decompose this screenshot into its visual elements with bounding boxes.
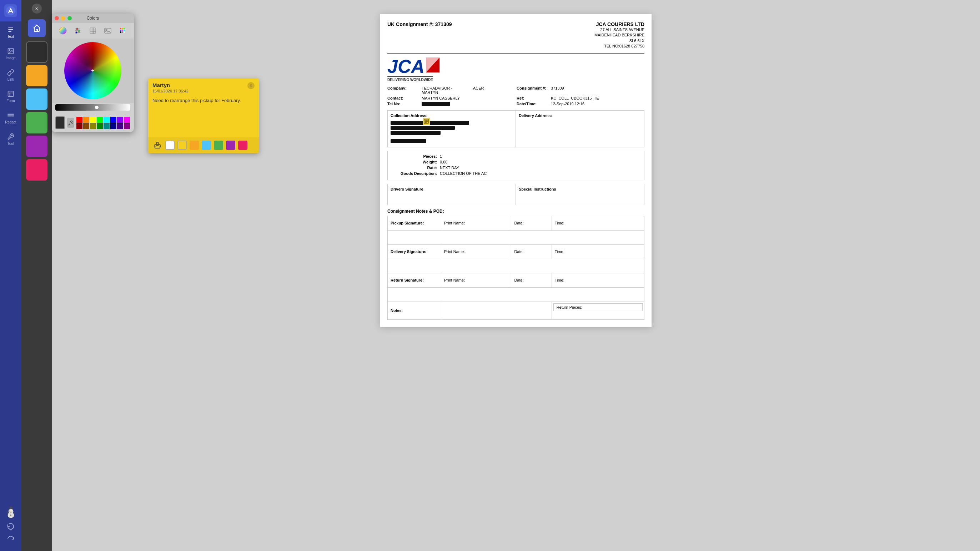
pickup-sig-value-row — [388, 230, 644, 245]
sidebar-tool-form-label: Form — [6, 99, 14, 103]
grid-color-magenta[interactable] — [124, 117, 130, 123]
note-color-green[interactable] — [214, 141, 223, 150]
grid-color-orange[interactable] — [83, 117, 89, 123]
address-line4: TEL NO:01628 627758 — [594, 43, 644, 49]
grid-color-lime[interactable] — [97, 117, 103, 123]
return-sig-label: Return Signature: — [388, 273, 441, 287]
notes-label: Notes: — [388, 302, 441, 319]
colors-tab-palette[interactable] — [118, 26, 128, 36]
ref-label: Ref: — [517, 96, 549, 100]
address-line1: 27 ALL SAINTS AVENUE — [594, 27, 644, 32]
titlebar-close-button[interactable] — [55, 16, 59, 20]
return-print-name-label: Print Name: — [441, 273, 511, 287]
note-color-yellow[interactable] — [177, 141, 187, 150]
grid-color-navy[interactable] — [110, 123, 116, 129]
grid-color-blue[interactable] — [110, 117, 116, 123]
sidebar-item-redact[interactable]: Redact — [0, 107, 21, 129]
special-ins-col: Special Instructions — [516, 184, 644, 205]
sticky-stamp-button[interactable] — [153, 140, 162, 150]
datetime-value: 12-Sep-2019 12:16 — [551, 102, 644, 107]
tel-row: Tel No: — [387, 102, 515, 107]
consignment-row: Consignment #: 371309 — [517, 86, 644, 95]
sidebar-item-form[interactable]: Form — [0, 86, 21, 107]
brightness-thumb[interactable] — [94, 105, 99, 110]
note-color-pink[interactable] — [238, 141, 247, 150]
return-sig-value-row — [388, 287, 644, 302]
document-area: UK Consignment #: 371309 JCA COURIERS LT… — [52, 0, 980, 551]
svg-rect-23 — [120, 30, 121, 31]
company-label: Company: — [387, 86, 420, 95]
eyedropper-button[interactable] — [67, 118, 74, 128]
tel-redacted — [422, 102, 450, 106]
color-preview-box — [55, 116, 65, 129]
colors-tab-grid[interactable] — [88, 26, 98, 36]
sidebar-item-tool[interactable]: Tool — [0, 129, 21, 150]
undo-button[interactable] — [6, 521, 16, 531]
close-panel-button[interactable]: × — [32, 3, 42, 14]
sticky-note-message: Need to rearrange this pickup for Februa… — [153, 98, 241, 103]
goods-label: Goods Description: — [391, 171, 437, 176]
datetime-row: Date/Time: 12-Sep-2019 12:16 — [517, 102, 644, 107]
note-color-orange[interactable] — [189, 141, 199, 150]
color-swatch-green[interactable] — [26, 112, 48, 133]
svg-rect-28 — [124, 32, 125, 33]
sidebar-item-link[interactable]: Link — [0, 64, 21, 86]
note-color-purple[interactable] — [226, 141, 235, 150]
sidebar-tool-link-label: Link — [8, 78, 14, 81]
sticky-note-close-button[interactable]: × — [247, 82, 255, 89]
redo-button[interactable] — [6, 534, 16, 544]
datetime-label: Date/Time: — [517, 102, 549, 107]
delivery-sig-label: Delivery Signature: — [388, 245, 441, 259]
pickup-date-label: Date: — [511, 216, 552, 230]
titlebar-maximize-button[interactable] — [67, 16, 72, 20]
color-swatch-orange[interactable] — [26, 65, 48, 86]
panel-nav-icon[interactable] — [28, 19, 46, 37]
contact-label: Contact: — [387, 96, 420, 100]
svg-rect-20 — [120, 28, 121, 29]
drivers-sig-col: Drivers Signature — [388, 184, 516, 205]
colors-tab-sliders[interactable] — [73, 26, 83, 36]
titlebar-minimize-button[interactable] — [61, 16, 65, 20]
colors-tabs — [52, 23, 134, 38]
grid-color-violet[interactable] — [117, 117, 123, 123]
pieces-row: Pieces: 1 — [391, 154, 641, 159]
snowman-icon: ⛄ — [5, 507, 17, 518]
note-color-blue[interactable] — [202, 141, 211, 150]
grid-color-indigo[interactable] — [117, 123, 123, 129]
color-wheel[interactable]: + — [64, 42, 121, 99]
color-wheel-container[interactable]: + — [52, 38, 134, 103]
return-sig-row: Return Signature: Print Name: Date: Time… — [388, 273, 644, 287]
colors-tab-wheel[interactable] — [58, 26, 68, 36]
note-color-white[interactable] — [165, 141, 175, 150]
color-swatch-purple[interactable] — [26, 136, 48, 157]
return-sig-value — [388, 287, 644, 302]
sticky-note-body[interactable]: Need to rearrange this pickup for Februa… — [148, 95, 259, 137]
color-swatch-dark[interactable] — [26, 41, 48, 63]
grid-color-teal[interactable] — [103, 123, 110, 129]
jca-logo-text: JCA — [387, 57, 439, 76]
color-swatch-blue[interactable] — [26, 89, 48, 110]
grid-color-brown[interactable] — [83, 123, 89, 129]
color-swatch-pink[interactable] — [26, 159, 48, 181]
sidebar-item-text[interactable]: Text — [0, 21, 21, 43]
svg-rect-26 — [120, 32, 121, 33]
colors-tab-image[interactable] — [103, 26, 113, 36]
app-logo[interactable] — [4, 4, 17, 17]
sticky-note-author-area: Martyn 15/01/2020 17:06:42 — [153, 82, 188, 93]
grid-color-darkgreen[interactable] — [97, 123, 103, 129]
grid-color-darkred[interactable] — [76, 123, 83, 129]
grid-color-purple[interactable] — [124, 123, 130, 129]
main-area: Colors — [52, 0, 980, 551]
sidebar-item-image[interactable]: Image — [0, 43, 21, 64]
pickup-sig-row: Pickup Signature: Print Name: Date: Time… — [388, 216, 644, 230]
jca-tagline: DELIVERING WORLDWIDE — [387, 76, 433, 82]
grid-color-red[interactable] — [76, 117, 83, 123]
brightness-slider[interactable] — [55, 104, 130, 111]
sidebar: Text Image Link Form Redact — [0, 0, 21, 551]
grid-color-olive[interactable] — [90, 123, 96, 129]
colors-dialog-title: Colors — [87, 16, 99, 21]
svg-point-0 — [6, 6, 15, 15]
grid-color-cyan[interactable] — [103, 117, 110, 123]
grid-color-yellow[interactable] — [90, 117, 96, 123]
sticky-note-anchor[interactable] — [423, 118, 430, 125]
